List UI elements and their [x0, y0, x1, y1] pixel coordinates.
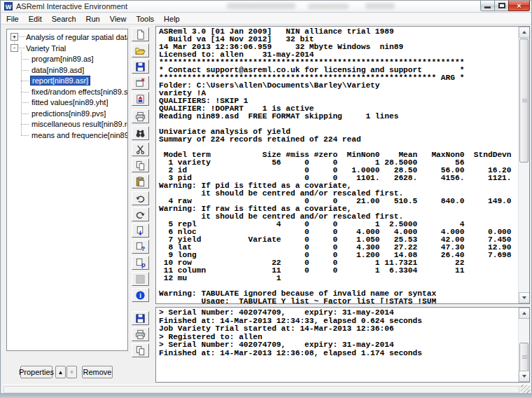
copy-icon — [135, 345, 146, 356]
document-properties-icon: p — [135, 258, 146, 268]
console-copy-button[interactable] — [132, 343, 149, 357]
menu-search[interactable]: Search — [47, 14, 81, 24]
move-down-button[interactable]: ▼ — [66, 366, 77, 378]
console-save-button[interactable] — [132, 311, 149, 325]
binoculars-icon — [135, 128, 146, 139]
print-icon — [135, 329, 146, 340]
menu-help[interactable]: Help — [159, 14, 185, 24]
paste-icon — [135, 177, 146, 187]
minimize-button[interactable] — [480, 1, 495, 11]
redacted-text — [308, 4, 349, 9]
menu-edit[interactable]: Edit — [24, 14, 47, 24]
info-icon: i — [135, 290, 146, 301]
undo-button[interactable] — [132, 191, 149, 205]
print-button[interactable] — [132, 109, 149, 123]
new-document-icon — [135, 29, 146, 40]
svg-text:?: ? — [141, 245, 145, 252]
paste-button[interactable] — [132, 174, 149, 188]
svg-text:i: i — [139, 292, 141, 299]
run-job-button[interactable] — [132, 92, 149, 106]
context-help-button[interactable]: ? — [132, 240, 149, 254]
save-icon — [135, 62, 146, 72]
minimize-icon — [484, 6, 491, 8]
redacted-text — [227, 3, 295, 9]
redacted-text — [365, 3, 395, 9]
thumb-grip — [522, 99, 527, 102]
tree-connector — [21, 81, 29, 81]
arrow-up-icon — [522, 312, 526, 315]
status-message-area — [4, 386, 519, 393]
expand-icon[interactable]: + — [10, 33, 18, 41]
menu-bar: File Edit Search Run View Tools Help — [1, 13, 531, 25]
menu-file[interactable]: File — [1, 14, 24, 24]
redo-icon — [135, 210, 146, 220]
arrow-down-icon — [522, 296, 526, 299]
new-document-button[interactable] — [132, 27, 149, 41]
properties-button[interactable]: Properties — [20, 366, 52, 378]
undo-icon — [135, 193, 146, 204]
close-document-button[interactable] — [132, 76, 149, 90]
console-print-button[interactable] — [132, 327, 149, 341]
open-file-button[interactable] — [132, 43, 149, 57]
console-output-text: > Serial Number: 402074709, expiry: 31-m… — [159, 309, 517, 357]
copy-button[interactable] — [132, 158, 149, 172]
properties-page-button[interactable]: p — [132, 256, 149, 270]
toolbar-spacer — [132, 272, 149, 286]
cut-button[interactable] — [132, 142, 149, 156]
main-scrollbar[interactable] — [518, 27, 529, 303]
document-help-icon: ? — [135, 242, 146, 252]
save-icon — [135, 313, 146, 324]
app-window: W ASReml Interactive Environment × File … — [0, 0, 532, 394]
goto-end-button[interactable] — [132, 224, 149, 238]
tree-connector — [19, 36, 25, 37]
run-job-icon — [135, 94, 146, 104]
info-button[interactable]: i — [132, 288, 149, 302]
tree-connector — [21, 135, 29, 136]
tree-connector — [21, 70, 29, 71]
thumb-grip — [522, 355, 527, 359]
close-document-icon — [135, 78, 146, 88]
scroll-up-button[interactable] — [519, 308, 530, 319]
arrow-down-icon — [522, 375, 526, 378]
find-button[interactable] — [132, 126, 149, 140]
report-output-pane[interactable]: ASReml 3.0 [01 Jan 2009] NIN alliance tr… — [155, 26, 530, 304]
open-folder-icon — [135, 46, 146, 56]
goto-end-icon — [135, 226, 146, 236]
tree-connector — [21, 59, 29, 60]
scroll-up-button[interactable] — [519, 27, 530, 38]
scroll-down-button[interactable] — [519, 292, 530, 303]
move-up-button[interactable]: ▲ — [55, 366, 66, 378]
scissors-icon — [135, 144, 146, 155]
maximize-button[interactable] — [494, 1, 509, 11]
arrow-up-icon — [522, 31, 526, 34]
menu-tools[interactable]: Tools — [131, 14, 159, 24]
redo-button[interactable] — [132, 207, 149, 221]
scrollbar-thumb[interactable] — [519, 39, 528, 163]
project-tree: + Analysis of regular spatial data - Var… — [6, 29, 128, 351]
console-output-pane[interactable]: > Serial Number: 402074709, expiry: 31-m… — [155, 307, 530, 383]
console-scrollbar[interactable] — [518, 308, 529, 382]
tree-connector — [21, 102, 29, 103]
print-icon — [135, 111, 146, 122]
tree-connector — [21, 92, 29, 92]
collapse-icon[interactable]: - — [10, 44, 18, 52]
window-title: ASReml Interactive Environment — [16, 2, 127, 11]
svg-text:p: p — [141, 261, 146, 268]
scrollbar-thumb[interactable] — [519, 343, 528, 372]
window-controls: × — [481, 1, 530, 11]
scroll-down-button[interactable] — [519, 371, 530, 382]
maximize-icon — [498, 3, 505, 8]
copy-icon — [135, 160, 146, 171]
menu-run[interactable]: Run — [81, 14, 105, 24]
tree-connector — [21, 50, 22, 135]
tree-connector — [21, 124, 29, 125]
desktop-background — [0, 393, 532, 398]
tree-connector — [21, 114, 29, 114]
resize-grip[interactable] — [521, 385, 530, 393]
close-button[interactable]: × — [508, 1, 530, 11]
status-bar — [2, 384, 531, 394]
tree-connector — [19, 48, 25, 48]
remove-button[interactable]: Remove — [82, 366, 113, 378]
menu-view[interactable]: View — [105, 14, 132, 24]
save-button[interactable] — [132, 60, 149, 74]
